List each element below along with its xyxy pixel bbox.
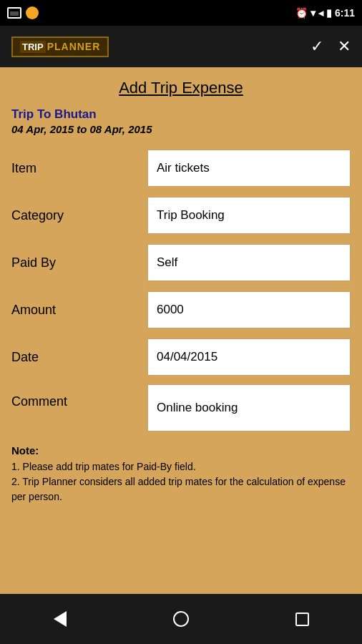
comment-input[interactable]	[147, 384, 351, 431]
comment-label: Comment	[11, 384, 147, 409]
item-label: Item	[11, 161, 147, 176]
paidby-row: Paid By	[11, 243, 351, 283]
date-input[interactable]	[147, 338, 351, 376]
toolbar: TRIP PLANNER ✓ ✕	[0, 26, 362, 67]
item-input[interactable]	[147, 150, 351, 187]
note-section: Note: 1. Please add trip mates for Paid-…	[11, 443, 351, 504]
app-logo: TRIP PLANNER	[11, 36, 109, 57]
note-line1: 1. Please add trip mates for Paid-By fie…	[11, 459, 351, 474]
home-icon	[173, 611, 189, 627]
page-title: Add Trip Expense	[11, 79, 351, 97]
toolbar-actions: ✓ ✕	[310, 37, 351, 56]
trip-dates: 04 Apr, 2015 to 08 Apr, 2015	[11, 123, 351, 135]
category-row: Category	[11, 195, 351, 235]
status-left-icons	[7, 6, 39, 19]
wifi-icon: ▾	[310, 7, 315, 19]
paidby-label: Paid By	[11, 255, 147, 270]
amount-row: Amount	[11, 290, 351, 330]
category-label: Category	[11, 208, 147, 223]
battery-icon: ▮	[326, 7, 332, 19]
trip-name: Trip To Bhutan	[11, 107, 351, 122]
amount-input[interactable]	[147, 291, 351, 328]
close-button[interactable]: ✕	[338, 37, 351, 56]
note-title: Note:	[11, 443, 351, 459]
note-line2: 2. Trip Planner considers all added trip…	[11, 474, 351, 504]
paidby-input[interactable]	[147, 244, 351, 281]
confirm-button[interactable]: ✓	[310, 37, 323, 56]
logo-trip-text: TRIP	[20, 41, 46, 53]
date-label: Date	[11, 350, 147, 365]
comment-row: Comment	[11, 384, 351, 434]
time-display: 6:11	[335, 7, 355, 19]
amount-label: Amount	[11, 303, 147, 318]
alarm-icon: ⏰	[295, 7, 308, 19]
photo-icon	[7, 7, 21, 19]
logo-planner-text: PLANNER	[47, 41, 101, 52]
category-input[interactable]	[147, 197, 351, 234]
recents-icon	[295, 613, 309, 626]
recents-button[interactable]	[295, 613, 309, 626]
main-content: Add Trip Expense Trip To Bhutan 04 Apr, …	[0, 67, 362, 594]
home-button[interactable]	[173, 611, 189, 627]
back-button[interactable]	[54, 611, 67, 627]
item-row: Item	[11, 148, 351, 188]
status-bar: ⏰ ▾ ◂ ▮ 6:11	[0, 0, 362, 26]
back-icon	[54, 611, 67, 627]
date-row: Date	[11, 337, 351, 377]
nav-bar	[0, 594, 362, 644]
signal-icon: ◂	[318, 7, 323, 19]
android-icon	[26, 6, 39, 19]
status-right-icons: ⏰ ▾ ◂ ▮ 6:11	[295, 7, 355, 19]
